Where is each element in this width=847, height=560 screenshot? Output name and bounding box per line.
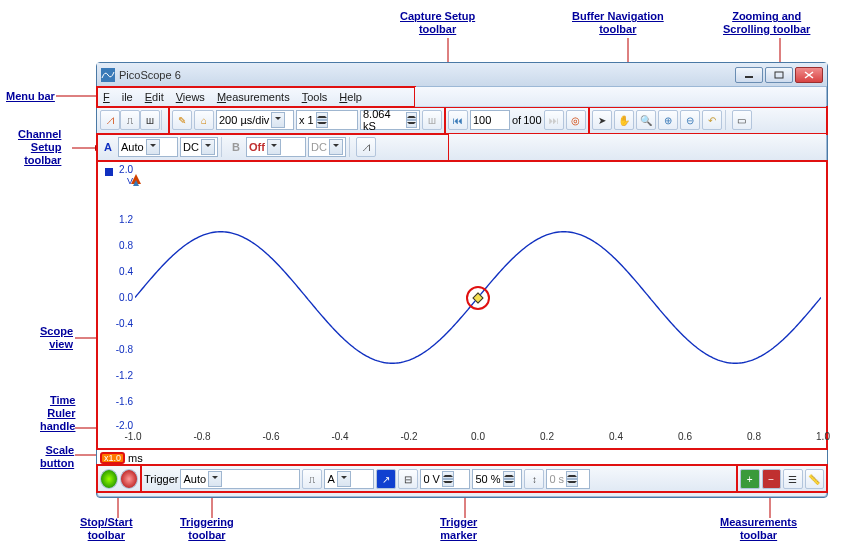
- xmultiplier-spin[interactable]: x 1: [296, 110, 358, 130]
- svg-rect-15: [775, 72, 783, 78]
- rulers-icon[interactable]: 📏: [805, 469, 825, 489]
- annot-capture-setup: Capture Setup toolbar: [400, 10, 475, 36]
- start-button[interactable]: [100, 469, 118, 489]
- scale-bar: x1.0 ms: [97, 449, 827, 465]
- triggering-toolbar: Trigger Auto ⎍ A ↗ ⊟ 0 V 50 % ↕ 0 s: [141, 465, 737, 492]
- annot-trigger-marker: Trigger marker: [440, 516, 477, 542]
- buffer-overview-icon[interactable]: ◎: [566, 110, 586, 130]
- close-button[interactable]: [795, 67, 823, 83]
- buffer-next-icon[interactable]: ⏭: [544, 110, 564, 130]
- channel-b-range[interactable]: Off: [246, 137, 306, 157]
- measurements-toolbar: + − ☰ 📏: [737, 465, 827, 492]
- scope-view[interactable]: 2.0V 1.2 0.8 0.4 0.0 -0.4 -0.8 -1.2 -1.6…: [97, 161, 827, 449]
- buffer-of-label: of: [512, 114, 521, 126]
- pointer-icon[interactable]: ➤: [592, 110, 612, 130]
- edit-measurement-icon[interactable]: ☰: [783, 469, 803, 489]
- trigger-label: Trigger: [144, 473, 178, 485]
- app-icon: [101, 68, 115, 82]
- stop-button[interactable]: [120, 469, 138, 489]
- zoom-toolbar: ➤ ✋ 🔍 ⊕ ⊖ ↶ ▭: [589, 107, 827, 134]
- annot-measurements: Measurements toolbar: [720, 516, 797, 542]
- annot-stop-start: Stop/Start toolbar: [80, 516, 133, 542]
- trigger-rising-icon[interactable]: ↗: [376, 469, 396, 489]
- trigger-delay[interactable]: 0 s: [546, 469, 590, 489]
- hand-icon[interactable]: ✋: [614, 110, 634, 130]
- channel-b-coupling[interactable]: DC: [308, 137, 346, 157]
- scope-mode-icon[interactable]: ⩘: [100, 110, 120, 130]
- zoom-area-icon[interactable]: 🔍: [636, 110, 656, 130]
- menu-views[interactable]: Views: [176, 91, 205, 103]
- channel-setup-toolbar: A Auto DC B Off DC ⩘: [97, 134, 449, 161]
- add-measurement-icon[interactable]: +: [740, 469, 760, 489]
- trigger-edge-icon[interactable]: ⎍: [302, 469, 322, 489]
- menu-file[interactable]: File: [103, 91, 133, 103]
- annot-time-ruler: Time Ruler handle: [40, 394, 75, 434]
- app-window: PicoScope 6 File Edit Views Measurements…: [96, 62, 828, 498]
- zoom-full-icon[interactable]: ▭: [732, 110, 752, 130]
- trigger-level[interactable]: 0 V: [420, 469, 470, 489]
- signal-gen-icon[interactable]: ✎: [172, 110, 192, 130]
- undo-zoom-icon[interactable]: ↶: [702, 110, 722, 130]
- annot-zoom-scroll: Zooming and Scrolling toolbar: [723, 10, 810, 36]
- y-axis: 2.0V 1.2 0.8 0.4 0.0 -0.4 -0.8 -1.2 -1.6…: [101, 162, 133, 429]
- spectrum-mode-icon[interactable]: ш: [140, 110, 160, 130]
- x-axis: -1.0 -0.8 -0.6 -0.4 -0.2 0.0 0.2 0.4 0.6…: [133, 431, 823, 443]
- stop-start-toolbar: [97, 465, 141, 492]
- plot-area[interactable]: [135, 166, 821, 429]
- menu-edit[interactable]: Edit: [145, 91, 164, 103]
- time-unit-label: ms: [128, 452, 143, 464]
- annot-channel-setup: Channel Setup toolbar: [18, 128, 61, 168]
- annot-scope-view: Scope view: [40, 325, 73, 351]
- minimize-button[interactable]: [735, 67, 763, 83]
- time-ruler-handle[interactable]: [131, 174, 817, 437]
- maximize-button[interactable]: [765, 67, 793, 83]
- channel-a-coupling[interactable]: DC: [180, 137, 218, 157]
- annot-buffer-nav: Buffer Navigation toolbar: [572, 10, 664, 36]
- capture-opts-icon[interactable]: ш: [422, 110, 442, 130]
- annot-triggering: Triggering toolbar: [180, 516, 234, 542]
- channel-options-icon[interactable]: ⩘: [356, 137, 376, 157]
- window-title: PicoScope 6: [119, 69, 733, 81]
- menu-bar: File Edit Views Measurements Tools Help: [97, 87, 415, 107]
- trigger-opts-icon[interactable]: ↕: [524, 469, 544, 489]
- samples-spin[interactable]: 8.064 kS: [360, 110, 420, 130]
- timebase-select[interactable]: 200 µs/div: [216, 110, 294, 130]
- titlebar[interactable]: PicoScope 6: [97, 63, 827, 87]
- trigger-source[interactable]: A: [324, 469, 374, 489]
- trigger-mode[interactable]: Auto: [180, 469, 300, 489]
- zoom-out-icon[interactable]: ⊖: [680, 110, 700, 130]
- channel-b-label[interactable]: B: [228, 141, 244, 153]
- scale-button[interactable]: x1.0: [101, 453, 124, 463]
- channel-a-range[interactable]: Auto: [118, 137, 178, 157]
- menu-measurements[interactable]: Measurements: [217, 91, 290, 103]
- trigger-adv-icon[interactable]: ⊟: [398, 469, 418, 489]
- capture-setup-toolbar: ✎ ⌂ 200 µs/div x 1 8.064 kS ш: [169, 107, 445, 134]
- menu-tools[interactable]: Tools: [302, 91, 328, 103]
- remove-measurement-icon[interactable]: −: [762, 469, 782, 489]
- buffer-first-icon[interactable]: ⏮: [448, 110, 468, 130]
- trigger-pretrigger[interactable]: 50 %: [472, 469, 522, 489]
- channel-a-label[interactable]: A: [100, 141, 116, 153]
- annot-scale-button: Scale button: [40, 444, 74, 470]
- mode-buttons: ⩘ ⎍ ш: [97, 107, 169, 134]
- zoom-in-icon[interactable]: ⊕: [658, 110, 678, 130]
- buffer-nav-toolbar: ⏮ 100 of 100 ⏭ ◎: [445, 107, 589, 134]
- buffer-total: 100: [523, 114, 541, 126]
- persistence-mode-icon[interactable]: ⎍: [120, 110, 140, 130]
- buffer-current[interactable]: 100: [470, 110, 510, 130]
- home-icon[interactable]: ⌂: [194, 110, 214, 130]
- menu-help[interactable]: Help: [339, 91, 362, 103]
- annot-menu-bar: Menu bar: [6, 90, 55, 103]
